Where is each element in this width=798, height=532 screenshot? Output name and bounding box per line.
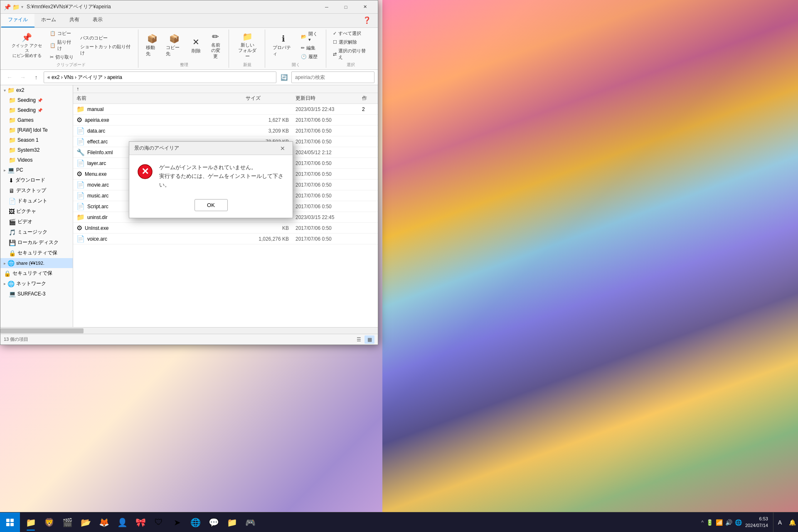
table-row[interactable]: ⚙ apeiria.exe 1,627 KB 2017/07/06 0:50 xyxy=(73,115,378,126)
forward-button[interactable]: → xyxy=(17,71,29,83)
folder-icon: 📁 xyxy=(9,107,16,113)
edit-icon: ✏ xyxy=(301,45,305,51)
horizontal-scrollbar[interactable] xyxy=(0,327,378,334)
network-status-icon[interactable]: 🌐 xyxy=(735,519,742,526)
copy-to-button[interactable]: 📦 コピー先 xyxy=(163,32,186,59)
rename-button[interactable]: ✏ 名前の変更 xyxy=(206,30,225,61)
start-button[interactable] xyxy=(0,512,20,532)
dialog-ok-button[interactable]: OK xyxy=(195,199,228,211)
sidebar-item-desktop[interactable]: 🖥 デスクトップ xyxy=(0,185,73,196)
folder-icon: 📁 xyxy=(76,213,85,221)
taskbar-item-folder2[interactable]: 📁 xyxy=(223,513,241,532)
pin-indicator: 📌 xyxy=(37,98,42,103)
search-input[interactable] xyxy=(291,71,374,83)
tab-view[interactable]: 表示 xyxy=(86,14,109,27)
tab-file[interactable]: ファイル xyxy=(1,14,34,27)
sidebar-item-videos[interactable]: 📁 Videos xyxy=(0,155,73,165)
sidebar-item-surface[interactable]: 💻 SURFACE-3 xyxy=(0,289,73,299)
file-icon: 📄 xyxy=(76,192,85,200)
new-folder-button[interactable]: 📁 新しいフォルダー xyxy=(233,30,261,61)
close-button[interactable]: ✕ xyxy=(355,0,374,14)
ribbon-content: 📌 クイック アクセスにピン留めする 📋 コピー 📋 貼り付け xyxy=(0,28,378,69)
tab-share[interactable]: 共有 xyxy=(63,14,86,27)
cut-button[interactable]: ✂ 切り取り xyxy=(47,53,77,61)
delete-button[interactable]: ✕ 削除 xyxy=(187,35,205,56)
table-row[interactable]: 📄 voice.arc 1,026,276 KB 2017/07/06 0:50 xyxy=(73,234,378,244)
chat-icon: 💬 xyxy=(209,517,219,527)
taskbar-item-shield[interactable]: 🛡 xyxy=(150,513,168,532)
sidebar-item-raw[interactable]: 📁 [RAW] Idol Te xyxy=(0,125,73,135)
sidebar-item-security2[interactable]: 🔒 セキュリティで保 xyxy=(0,268,73,278)
sidebar-item-local-disk[interactable]: 💾 ローカル ディスク xyxy=(0,237,73,248)
taskbar-item-game[interactable]: 🎮 xyxy=(241,513,259,532)
list-view-button[interactable]: ▦ xyxy=(365,335,374,344)
taskbar-item-app2[interactable]: 👤 xyxy=(113,513,131,532)
taskbar-item-filemanager[interactable]: 📂 xyxy=(76,513,95,532)
volume-icon[interactable]: 🔊 xyxy=(725,519,732,526)
select-all-button[interactable]: ✓ すべて選択 xyxy=(330,30,364,37)
taskbar-item-app1[interactable]: 🦊 xyxy=(95,513,113,532)
table-row[interactable]: 📄 data.arc 3,209 KB 2017/07/06 0:50 xyxy=(73,126,378,136)
address-input[interactable] xyxy=(44,71,276,83)
refresh-button[interactable]: 🔄 xyxy=(278,71,290,83)
sidebar-item-games[interactable]: 📁 Games xyxy=(0,115,73,125)
scrollbar-thumb[interactable] xyxy=(0,328,84,333)
paste-shortcut-button[interactable]: ショートカットの貼り付け xyxy=(78,43,135,57)
sidebar-item-ex2[interactable]: ▾ 📁 ex2 xyxy=(0,85,73,95)
xml-icon: 🔧 xyxy=(76,148,85,156)
details-view-button[interactable]: ☰ xyxy=(354,335,364,344)
sidebar-item-seeding1[interactable]: 📁 Seeding 📌 xyxy=(0,95,73,105)
col-header-size[interactable]: サイズ xyxy=(246,95,296,102)
dialog-close-button[interactable]: ✕ xyxy=(278,143,288,153)
table-row[interactable]: 📁 manual 2023/03/15 22:43 2 xyxy=(73,104,378,115)
taskbar-item-network[interactable]: 🌐 xyxy=(186,513,204,532)
deselect-button[interactable]: ☐ 選択解除 xyxy=(330,38,360,46)
copy-icon: 📋 xyxy=(50,31,56,36)
invert-selection-button[interactable]: ⇄ 選択の切り替え xyxy=(330,47,371,61)
sidebar-item-share[interactable]: ▸ 🌐 share (¥¥192. xyxy=(0,258,73,268)
minimize-button[interactable]: ─ xyxy=(317,0,336,14)
tab-help[interactable]: ❓ xyxy=(356,14,378,27)
copy-button[interactable]: 📋 コピー xyxy=(47,30,77,37)
title-bar-path: S:¥mnt¥ex2¥VNs¥アペイリア¥apeiria xyxy=(27,3,317,10)
music-icon: 🎵 xyxy=(9,229,16,236)
sidebar-item-video[interactable]: 🎬 ビデオ xyxy=(0,217,73,227)
taskbar-item-chat[interactable]: 💬 xyxy=(204,513,223,532)
taskbar-item-media[interactable]: 🎬 xyxy=(58,513,76,532)
taskbar-item-explorer[interactable]: 📁 xyxy=(22,513,40,532)
sidebar-item-system32[interactable]: 📁 System32 xyxy=(0,145,73,155)
paste-button[interactable]: 📋 貼り付け xyxy=(47,38,77,52)
open-button[interactable]: 📂 開く ▾ xyxy=(298,30,323,43)
taskbar-item-arrow[interactable]: ➤ xyxy=(168,513,186,532)
sidebar-item-season1[interactable]: 📁 Season 1 xyxy=(0,135,73,145)
sidebar-item-pictures[interactable]: 🖼 ピクチャ xyxy=(0,206,73,217)
properties-button[interactable]: ℹ プロパティ xyxy=(269,32,298,59)
sidebar-item-security1[interactable]: 🔒 セキュリティで保 xyxy=(0,248,73,258)
up-button[interactable]: ↑ xyxy=(30,71,42,83)
taskbar-item-brave[interactable]: 🦁 xyxy=(40,513,58,532)
back-button[interactable]: ← xyxy=(4,71,15,83)
quick-access-pin-button[interactable]: 📌 クイック アクセスにピン留めする xyxy=(7,31,47,60)
taskbar-item-app3[interactable]: 🎀 xyxy=(131,513,150,532)
sidebar-item-seeding2[interactable]: 📁 Seeding 📌 xyxy=(0,105,73,115)
sidebar-item-download[interactable]: ⬇ ダウンロード xyxy=(0,175,73,185)
move-to-button[interactable]: 📦 移動先 xyxy=(143,32,162,59)
taskbar-clock[interactable]: 6:53 2024/07/14 xyxy=(745,516,773,529)
copy-path-button[interactable]: パスのコピー xyxy=(78,34,135,42)
edit-button[interactable]: ✏ 編集 xyxy=(298,44,323,52)
maximize-button[interactable]: □ xyxy=(336,0,355,14)
sidebar-item-network[interactable]: ▸ 🌐 ネットワーク xyxy=(0,278,73,289)
history-button[interactable]: 🕐 履歴 xyxy=(298,53,323,61)
chevron-icon[interactable]: ^ xyxy=(701,520,704,525)
tab-home[interactable]: ホーム xyxy=(34,14,63,27)
notification-button[interactable]: 🔔 xyxy=(786,512,798,532)
col-header-name[interactable]: 名前 xyxy=(76,95,246,102)
taskbar: 📁 🦁 🎬 📂 🦊 👤 🎀 🛡 ➤ 🌐 💬 xyxy=(0,512,798,532)
table-row[interactable]: ⚙ UnInst.exe KB 2017/07/06 0:50 xyxy=(73,223,378,234)
col-header-date[interactable]: 更新日時 xyxy=(296,95,362,102)
sidebar-item-documents[interactable]: 📄 ドキュメント xyxy=(0,196,73,206)
sidebar-item-music[interactable]: 🎵 ミュージック xyxy=(0,227,73,237)
sidebar-item-pc[interactable]: ▸ 💻 PC xyxy=(0,165,73,175)
arrow-icon: ➤ xyxy=(174,517,181,527)
explorer-icon: 📁 xyxy=(26,517,36,527)
